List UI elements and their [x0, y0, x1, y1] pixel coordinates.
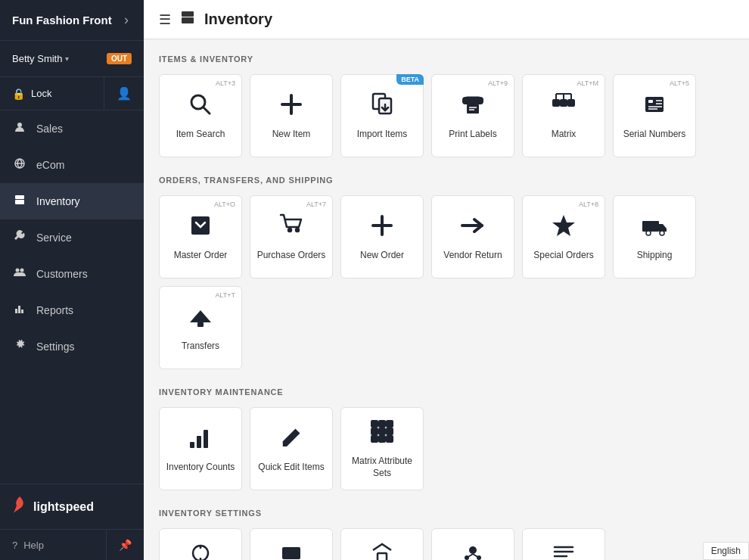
main-content: ☰ Inventory ITEMS & INVENTORY ALT+3 Item — [144, 0, 749, 560]
matrix-attribute-sets-icon — [368, 418, 396, 451]
svg-rect-48 — [379, 421, 385, 427]
sidebar-bottom-actions: ? Help 📌 — [0, 529, 144, 560]
quick-edit-icon — [278, 424, 305, 457]
sidebar-logo-area: Fun Fashion Front › — [0, 0, 144, 41]
svg-rect-44 — [190, 442, 194, 448]
inventory-maintenance-section: INVENTORY MAINTENANCE Inventory Counts — [159, 387, 734, 490]
new-order-tile[interactable]: New Order — [340, 195, 424, 278]
svg-rect-60 — [378, 553, 387, 560]
settings-tile-4-icon — [461, 541, 485, 560]
serial-numbers-tile[interactable]: ALT+5 _ Serial Numbers — [613, 74, 696, 157]
svg-rect-54 — [379, 436, 385, 442]
topbar-menu-icon[interactable]: ☰ — [159, 11, 171, 28]
content-area: ITEMS & INVENTORY ALT+3 Item Search — [144, 39, 749, 560]
profile-button[interactable]: 👤 — [104, 77, 144, 110]
settings-tile-1-icon — [188, 541, 213, 560]
user-area: Betty Smith ▾ OUT — [0, 41, 144, 77]
svg-rect-47 — [371, 421, 378, 427]
lock-icon: 🔒 — [12, 88, 25, 100]
svg-rect-27 — [648, 100, 653, 103]
special-orders-tile[interactable]: ALT+8 Special Orders — [522, 195, 605, 278]
print-labels-tile[interactable]: ALT+9 Print Labels — [431, 74, 514, 157]
settings-tile-4[interactable] — [431, 528, 514, 560]
settings-tile-3-icon — [370, 541, 394, 560]
ecom-icon — [12, 157, 27, 173]
svg-rect-53 — [371, 436, 378, 442]
new-item-tile[interactable]: New Item — [250, 74, 333, 157]
svg-point-41 — [646, 231, 651, 235]
item-search-icon — [187, 91, 214, 124]
sidebar-item-sales[interactable]: Sales — [0, 110, 144, 147]
pin-icon: 📌 — [119, 539, 132, 551]
transfers-icon — [187, 303, 214, 336]
svg-rect-51 — [379, 428, 385, 434]
master-order-tile[interactable]: ALT+O Master Order — [159, 195, 242, 278]
shipping-tile[interactable]: Shipping — [613, 195, 696, 278]
matrix-icon — [550, 91, 577, 124]
inventory-counts-tile[interactable]: Inventory Counts — [159, 407, 242, 490]
sidebar: Fun Fashion Front › Betty Smith ▾ OUT 🔒 … — [0, 0, 144, 560]
inventory-maintenance-title: INVENTORY MAINTENANCE — [159, 387, 734, 397]
new-item-icon — [278, 91, 305, 124]
svg-rect-15 — [467, 104, 479, 114]
vendor-return-icon — [459, 212, 486, 245]
master-order-icon — [187, 212, 214, 245]
language-badge[interactable]: English — [703, 542, 749, 560]
matrix-attribute-sets-tile[interactable]: Matrix Attribute Sets — [340, 407, 424, 490]
svg-line-9 — [204, 107, 210, 114]
inventory-settings-grid — [159, 528, 734, 560]
svg-point-35 — [296, 229, 299, 232]
settings-tile-1[interactable] — [159, 528, 242, 560]
page-title: Inventory — [204, 11, 272, 28]
import-items-icon — [368, 91, 396, 124]
matrix-tile[interactable]: ALT+M Matrix — [522, 74, 605, 157]
pin-button[interactable]: 📌 — [106, 530, 144, 560]
import-items-tile[interactable]: BETA Import Items — [340, 74, 424, 157]
transfers-tile[interactable]: ALT+T Transfers — [159, 286, 242, 369]
quick-edit-items-tile[interactable]: Quick Edit Items — [250, 407, 333, 490]
inventory-maintenance-grid: Inventory Counts Quick Edit Items — [159, 407, 734, 490]
service-icon — [12, 230, 27, 245]
svg-rect-49 — [387, 421, 393, 427]
svg-rect-50 — [371, 428, 378, 434]
user-status-badge: OUT — [107, 53, 132, 64]
svg-rect-7 — [182, 11, 194, 17]
sidebar-item-settings[interactable]: Settings — [0, 328, 144, 365]
svg-rect-19 — [561, 100, 567, 106]
svg-rect-33 — [191, 216, 210, 235]
svg-point-0 — [17, 123, 22, 127]
lightspeed-flame-icon — [12, 496, 27, 517]
item-search-tile[interactable]: ALT+3 Item Search — [159, 74, 242, 157]
print-labels-icon — [459, 91, 486, 124]
sidebar-toggle-button[interactable]: › — [121, 9, 132, 31]
user-name-display[interactable]: Betty Smith ▾ — [12, 53, 69, 64]
shipping-icon — [641, 212, 668, 245]
settings-icon — [12, 339, 27, 354]
topbar-inventory-icon — [180, 10, 195, 29]
svg-rect-3 — [15, 195, 24, 199]
sidebar-item-reports[interactable]: Reports — [0, 292, 144, 328]
settings-tile-5-icon — [552, 541, 576, 560]
lightspeed-logo-area: lightspeed — [0, 484, 144, 529]
lock-button[interactable]: 🔒 Lock — [0, 77, 104, 110]
svg-rect-40 — [642, 221, 659, 232]
vendor-return-tile[interactable]: Vendor Return — [431, 195, 514, 278]
help-button[interactable]: ? Help — [0, 530, 106, 560]
svg-marker-39 — [552, 215, 575, 236]
help-icon: ? — [12, 540, 17, 551]
sidebar-item-service[interactable]: Service — [0, 219, 144, 256]
svg-rect-43 — [197, 322, 204, 327]
settings-tile-3[interactable] — [340, 528, 424, 560]
settings-tile-5[interactable] — [522, 528, 605, 560]
sidebar-item-ecom[interactable]: eCom — [0, 147, 144, 183]
sidebar-item-customers[interactable]: Customers — [0, 256, 144, 292]
svg-rect-52 — [387, 428, 393, 434]
svg-rect-20 — [568, 100, 574, 106]
orders-title: ORDERS, TRANSFERS, AND SHIPPING — [159, 176, 734, 185]
settings-tile-2[interactable] — [250, 528, 333, 560]
lightspeed-text: lightspeed — [33, 500, 94, 514]
sidebar-item-inventory[interactable]: Inventory — [0, 183, 144, 219]
inventory-settings-title: INVENTORY SETTINGS — [159, 509, 734, 518]
user-chevron-icon: ▾ — [65, 54, 69, 63]
purchase-orders-tile[interactable]: ALT+7 Purchase Orders — [250, 195, 333, 278]
